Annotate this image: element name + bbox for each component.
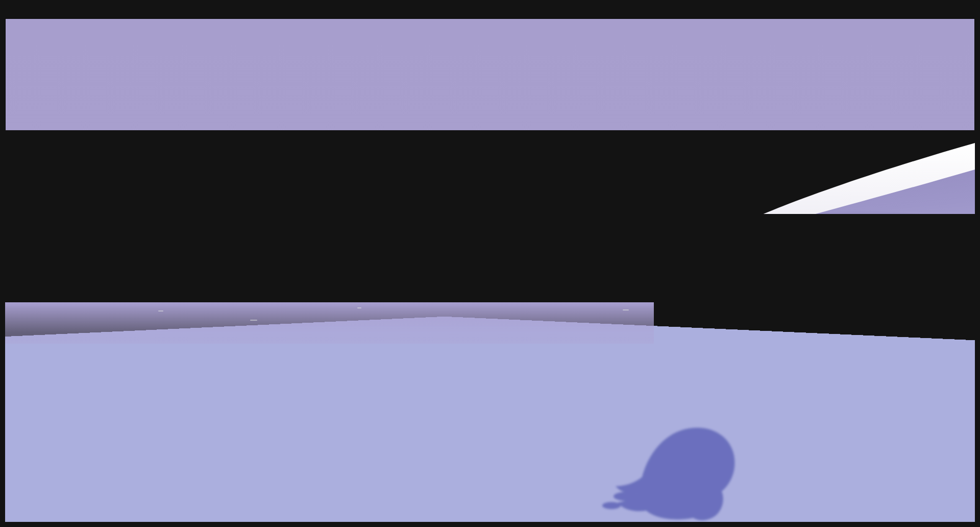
minimize-button[interactable]: – [916, 1, 936, 19]
maximize-button[interactable] [937, 1, 958, 19]
window-title: verse プレビュー [NetMode: Standalone 0] (64-… [0, 1, 980, 19]
maximize-icon [944, 7, 951, 13]
character [388, 189, 607, 522]
grid-cross-marker [227, 405, 270, 423]
app-window: u verse プレビュー [NetMode: Standalone 0] (6… [0, 0, 980, 527]
titlebar[interactable]: u verse プレビュー [NetMode: Standalone 0] (6… [0, 0, 980, 18]
close-button[interactable]: ✕ [958, 1, 978, 19]
white-disc-platform [679, 110, 975, 279]
game-viewport[interactable] [5, 18, 975, 522]
white-cube [945, 299, 975, 327]
character-shadow [597, 417, 791, 522]
